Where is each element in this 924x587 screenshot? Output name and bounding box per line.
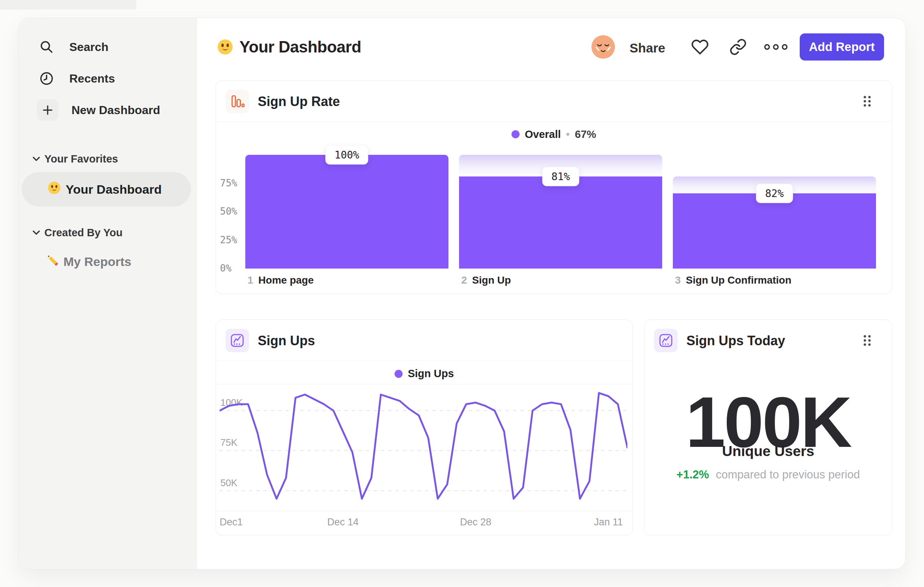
clock-icon xyxy=(37,69,56,88)
sidebar-item-search[interactable]: Search xyxy=(19,32,196,62)
funnel-bar-converted-segment xyxy=(673,193,876,269)
delta-value: +1.2% xyxy=(676,468,709,481)
funnel-step-label: 3Sign Up Confirmation xyxy=(673,274,876,286)
funnel-bar-converted-segment xyxy=(459,177,662,269)
line-chart-icon xyxy=(226,329,249,352)
smiley-emoji xyxy=(217,38,234,55)
delta-note: compared to previous period xyxy=(716,468,860,481)
metric-label: Unique Users xyxy=(645,443,892,459)
sidebar-item-label: Search xyxy=(69,40,109,54)
x-axis-tick: Dec1 xyxy=(219,517,243,528)
step-name: Home page xyxy=(259,274,314,286)
step-number: 3 xyxy=(675,274,681,286)
sidebar-item-label: New Dashboard xyxy=(71,103,160,117)
search-icon xyxy=(37,37,56,56)
sidebar-item-my-reports[interactable]: My Reports xyxy=(19,247,196,276)
card-header: Sign Up Rate xyxy=(216,81,892,122)
smiley-emoji xyxy=(47,181,61,198)
chevron-down-icon xyxy=(32,154,41,163)
legend-dot xyxy=(394,370,403,378)
more-options-icon[interactable] xyxy=(764,42,789,52)
avatar[interactable] xyxy=(591,35,615,59)
line-legend: Sign Ups xyxy=(216,363,632,384)
main-content: Your Dashboard Share Add Report Sign Up … xyxy=(197,18,905,569)
bar-chart-icon xyxy=(226,89,249,113)
y-axis-tick: 50% xyxy=(220,206,237,217)
y-axis-tick: 100K xyxy=(220,397,243,408)
card-title: Sign Ups Today xyxy=(686,333,785,349)
funnel-step: 100% xyxy=(245,155,449,269)
plus-icon xyxy=(37,99,58,121)
sidebar-item-label: My Reports xyxy=(63,255,131,269)
funnel-bar-converted-segment xyxy=(245,155,449,269)
y-axis-tick: 0% xyxy=(220,263,231,274)
sidebar-item-label: Recents xyxy=(69,72,115,86)
card-title: Sign Ups xyxy=(258,333,315,349)
pencil-emoji xyxy=(45,252,61,271)
copy-link-icon[interactable] xyxy=(729,38,747,56)
signups-line-series xyxy=(219,393,627,499)
sidebar-item-recents[interactable]: Recents xyxy=(19,63,196,94)
y-axis-tick: 75% xyxy=(220,178,237,189)
chevron-down-icon xyxy=(32,228,41,237)
card-title: Sign Up Rate xyxy=(258,94,340,109)
card-header: Sign Ups xyxy=(216,320,632,361)
signups-card: Sign Ups Sign Ups 100K75K50K Dec1Dec 14D… xyxy=(216,319,633,535)
y-axis-tick: 25% xyxy=(220,235,237,245)
sidebar-item-your-dashboard[interactable]: Your Dashboard xyxy=(21,172,191,207)
x-axis-tick: Dec 14 xyxy=(327,517,359,528)
step-number: 2 xyxy=(461,274,467,286)
step-name: Sign Up xyxy=(472,274,511,286)
x-axis-tick: Jan 11 xyxy=(594,517,623,528)
line-plot: 100K75K50K xyxy=(219,388,627,510)
share-button[interactable]: Share xyxy=(630,41,665,55)
sidebar-section-created-by-you[interactable]: Created By You xyxy=(19,221,196,244)
signup-rate-card: Sign Up Rate Overall • 67% 75%50%25%0% 1… xyxy=(216,80,892,294)
favorite-heart-icon[interactable] xyxy=(691,38,709,56)
drag-handle-icon[interactable] xyxy=(862,94,873,109)
divider xyxy=(216,511,632,511)
funnel-step-label: 2Sign Up xyxy=(459,274,662,286)
funnel-step-label: 1Home page xyxy=(245,274,449,286)
step-number: 1 xyxy=(248,274,253,286)
funnel-bar xyxy=(245,155,449,269)
y-axis-tick: 50K xyxy=(220,477,238,488)
funnel-legend: Overall • 67% xyxy=(216,127,892,142)
add-report-button[interactable]: Add Report xyxy=(800,33,884,61)
sidebar-section-your-favorites[interactable]: Your Favorites xyxy=(19,147,196,170)
legend-value: 67% xyxy=(575,128,596,141)
card-header: Sign Ups Today xyxy=(645,320,892,361)
legend-dot xyxy=(512,130,520,138)
legend-label: Sign Ups xyxy=(408,368,454,380)
legend-separator: • xyxy=(566,128,570,141)
x-axis-tick: Dec 28 xyxy=(460,517,491,528)
metric-delta-row: +1.2% compared to previous period xyxy=(645,468,892,481)
section-title: Your Favorites xyxy=(45,153,118,165)
sidebar-item-new-dashboard[interactable]: New Dashboard xyxy=(19,95,196,125)
section-title: Created By You xyxy=(45,227,122,239)
signups-today-card: Sign Ups Today 100K Unique Users +1.2% c… xyxy=(644,319,892,535)
funnel-step: 82% xyxy=(673,155,876,269)
drag-handle-icon[interactable] xyxy=(862,333,873,348)
legend-label: Overall xyxy=(525,128,561,141)
conversion-label: 82% xyxy=(756,184,793,203)
step-name: Sign Up Confirmation xyxy=(686,274,792,286)
app-window: Search Recents New Dashboard Your Favori… xyxy=(18,18,906,569)
background-strip xyxy=(0,0,136,10)
sidebar-item-label: Your Dashboard xyxy=(66,182,162,197)
sidebar: Search Recents New Dashboard Your Favori… xyxy=(19,18,197,569)
y-axis-tick: 75K xyxy=(220,437,238,448)
page-title: Your Dashboard xyxy=(239,38,361,56)
conversion-label: 100% xyxy=(325,145,368,165)
funnel-x-axis: 1Home page2Sign Up3Sign Up Confirmation xyxy=(245,274,876,286)
conversion-label: 81% xyxy=(542,167,579,186)
line-chart-icon xyxy=(654,329,678,352)
funnel-plot: 100%81%82% xyxy=(245,155,876,269)
line-x-axis: Dec1Dec 14Dec 28Jan 11 xyxy=(219,517,627,530)
funnel-step: 81% xyxy=(459,155,662,269)
